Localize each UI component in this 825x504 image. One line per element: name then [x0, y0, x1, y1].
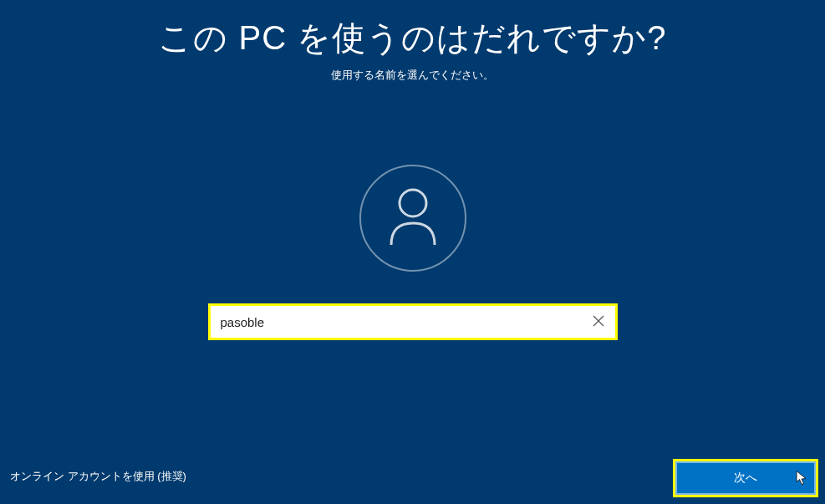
avatar-container — [0, 165, 825, 272]
cursor-icon — [796, 471, 807, 488]
username-input[interactable] — [211, 306, 615, 338]
close-icon — [593, 315, 604, 329]
svg-point-0 — [400, 190, 426, 216]
page-subtitle: 使用する名前を選んでください。 — [0, 68, 825, 83]
username-input-wrapper — [208, 303, 618, 340]
user-icon — [386, 186, 440, 250]
avatar — [359, 165, 466, 272]
next-button-wrapper: 次へ — [673, 459, 818, 497]
online-account-link[interactable]: オンライン アカウントを使用 (推奨) — [10, 469, 186, 484]
next-button-label: 次へ — [734, 471, 757, 486]
header: この PC を使うのはだれですか? 使用する名前を選んでください。 — [0, 0, 825, 83]
clear-input-button[interactable] — [587, 310, 610, 333]
input-container — [0, 303, 825, 340]
page-title: この PC を使うのはだれですか? — [0, 15, 825, 61]
next-button[interactable]: 次へ — [675, 461, 816, 495]
